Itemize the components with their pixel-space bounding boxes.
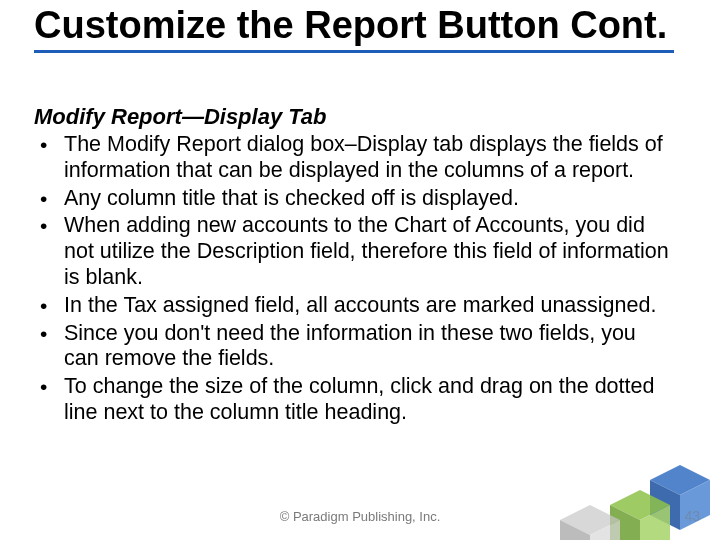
slide-title: Customize the Report Button Cont. xyxy=(34,4,674,53)
list-item: Since you don't need the information in … xyxy=(34,321,674,373)
page-number: 43 xyxy=(684,508,700,524)
svg-marker-0 xyxy=(650,465,710,495)
section-subhead: Modify Report—Display Tab xyxy=(34,104,674,130)
list-item: The Modify Report dialog box–Display tab… xyxy=(34,132,674,184)
footer-copyright: © Paradigm Publishing, Inc. xyxy=(0,509,720,524)
bullet-list: The Modify Report dialog box–Display tab… xyxy=(34,132,674,426)
slide: Customize the Report Button Cont. Modify… xyxy=(0,0,720,540)
list-item: When adding new accounts to the Chart of… xyxy=(34,213,674,290)
slide-body: Modify Report—Display Tab The Modify Rep… xyxy=(34,104,674,428)
list-item: In the Tax assigned field, all accounts … xyxy=(34,293,674,319)
list-item: Any column title that is checked off is … xyxy=(34,186,674,212)
list-item: To change the size of the column, click … xyxy=(34,374,674,426)
